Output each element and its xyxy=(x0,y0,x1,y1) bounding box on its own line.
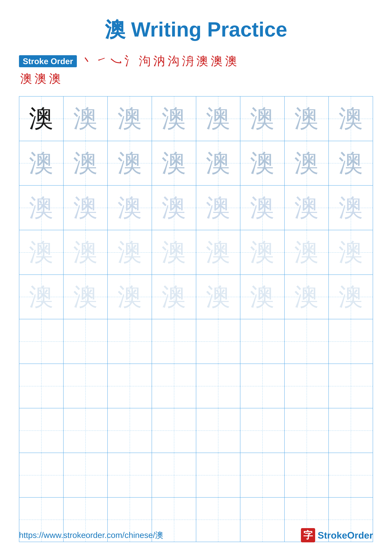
grid-cell-2-1[interactable]: 澳 xyxy=(19,141,64,185)
practice-char: 澳 xyxy=(162,106,186,131)
grid-cell-2-8[interactable]: 澳 xyxy=(329,141,373,185)
practice-char: 澳 xyxy=(29,196,53,220)
grid-cell-1-5[interactable]: 澳 xyxy=(196,96,241,141)
grid-row-2: 澳 澳 澳 澳 澳 澳 澳 澳 xyxy=(19,141,373,186)
grid-cell-2-6[interactable]: 澳 xyxy=(240,141,285,185)
grid-cell-9-3[interactable] xyxy=(108,453,152,497)
grid-cell-3-6[interactable]: 澳 xyxy=(240,186,285,230)
grid-cell-5-3[interactable]: 澳 xyxy=(108,275,152,319)
grid-cell-2-7[interactable]: 澳 xyxy=(285,141,329,185)
practice-char: 澳 xyxy=(339,151,363,175)
grid-cell-1-2[interactable]: 澳 xyxy=(64,96,108,141)
grid-cell-3-1[interactable]: 澳 xyxy=(19,186,64,230)
grid-cell-8-2[interactable] xyxy=(64,408,108,453)
grid-cell-4-3[interactable]: 澳 xyxy=(108,230,152,275)
grid-cell-4-5[interactable]: 澳 xyxy=(196,230,241,275)
grid-cell-7-2[interactable] xyxy=(64,364,108,408)
grid-cell-2-5[interactable]: 澳 xyxy=(196,141,241,185)
grid-cell-7-1[interactable] xyxy=(19,364,64,408)
grid-cell-6-2[interactable] xyxy=(64,319,108,364)
grid-cell-8-7[interactable] xyxy=(285,408,329,453)
stroke-2: ㇀ xyxy=(96,53,107,69)
grid-cell-5-2[interactable]: 澳 xyxy=(64,275,108,319)
grid-cell-4-4[interactable]: 澳 xyxy=(152,230,196,275)
grid-cell-4-2[interactable]: 澳 xyxy=(64,230,108,275)
grid-cell-6-7[interactable] xyxy=(285,319,329,364)
practice-char: 澳 xyxy=(250,285,275,309)
practice-char: 澳 xyxy=(73,240,98,264)
practice-char: 澳 xyxy=(117,196,142,220)
grid-cell-7-8[interactable] xyxy=(329,364,373,408)
stroke-7: 沟 xyxy=(168,53,179,69)
grid-cell-6-1[interactable] xyxy=(19,319,64,364)
grid-cell-3-3[interactable]: 澳 xyxy=(108,186,152,230)
grid-cell-2-2[interactable]: 澳 xyxy=(64,141,108,185)
grid-cell-5-7[interactable]: 澳 xyxy=(285,275,329,319)
grid-cell-8-1[interactable] xyxy=(19,408,64,453)
practice-char: 澳 xyxy=(339,196,363,220)
grid-cell-2-3[interactable]: 澳 xyxy=(108,141,152,185)
grid-cell-5-5[interactable]: 澳 xyxy=(196,275,241,319)
grid-cell-4-1[interactable]: 澳 xyxy=(19,230,64,275)
grid-cell-8-4[interactable] xyxy=(152,408,196,453)
stroke-10: 澳 xyxy=(211,53,223,69)
grid-cell-4-6[interactable]: 澳 xyxy=(240,230,285,275)
practice-char: 澳 xyxy=(73,285,98,309)
grid-row-6 xyxy=(19,319,373,364)
footer-url: https://www.strokeorder.com/chinese/澳 xyxy=(19,530,163,541)
grid-cell-9-7[interactable] xyxy=(285,453,329,497)
practice-char: 澳 xyxy=(29,285,53,309)
grid-cell-8-5[interactable] xyxy=(196,408,241,453)
grid-cell-5-1[interactable]: 澳 xyxy=(19,275,64,319)
grid-cell-3-8[interactable]: 澳 xyxy=(329,186,373,230)
grid-cell-6-5[interactable] xyxy=(196,319,241,364)
grid-cell-6-6[interactable] xyxy=(240,319,285,364)
grid-cell-3-5[interactable]: 澳 xyxy=(196,186,241,230)
grid-cell-9-2[interactable] xyxy=(64,453,108,497)
title-chinese: 澳 xyxy=(105,18,125,41)
strokeorder-logo-text: StrokeOrder xyxy=(318,530,373,541)
grid-cell-4-7[interactable]: 澳 xyxy=(285,230,329,275)
grid-cell-8-8[interactable] xyxy=(329,408,373,453)
grid-cell-6-8[interactable] xyxy=(329,319,373,364)
grid-cell-6-3[interactable] xyxy=(108,319,152,364)
grid-cell-5-4[interactable]: 澳 xyxy=(152,275,196,319)
grid-cell-1-8[interactable]: 澳 xyxy=(329,96,373,141)
practice-char: 澳 xyxy=(162,151,186,175)
grid-cell-4-8[interactable]: 澳 xyxy=(329,230,373,275)
grid-cell-5-8[interactable]: 澳 xyxy=(329,275,373,319)
grid-cell-8-6[interactable] xyxy=(240,408,285,453)
grid-cell-7-4[interactable] xyxy=(152,364,196,408)
grid-cell-9-8[interactable] xyxy=(329,453,373,497)
stroke-12: 澳 xyxy=(20,71,32,87)
grid-cell-1-4[interactable]: 澳 xyxy=(152,96,196,141)
grid-cell-7-7[interactable] xyxy=(285,364,329,408)
grid-row-4: 澳 澳 澳 澳 澳 澳 澳 澳 xyxy=(19,230,373,275)
grid-cell-3-7[interactable]: 澳 xyxy=(285,186,329,230)
practice-char: 澳 xyxy=(117,151,142,175)
grid-cell-7-5[interactable] xyxy=(196,364,241,408)
practice-char: 澳 xyxy=(206,285,230,309)
grid-cell-1-6[interactable]: 澳 xyxy=(240,96,285,141)
grid-cell-9-6[interactable] xyxy=(240,453,285,497)
grid-cell-1-3[interactable]: 澳 xyxy=(108,96,152,141)
grid-cell-8-3[interactable] xyxy=(108,408,152,453)
grid-cell-9-4[interactable] xyxy=(152,453,196,497)
grid-cell-1-7[interactable]: 澳 xyxy=(285,96,329,141)
grid-cell-6-4[interactable] xyxy=(152,319,196,364)
grid-row-7 xyxy=(19,364,373,409)
grid-cell-3-4[interactable]: 澳 xyxy=(152,186,196,230)
stroke-sequence-row1: 丶 ㇀ ㇃ 氵 泃 汭 沟 洀 澳 澳 澳 xyxy=(80,53,373,69)
grid-cell-9-1[interactable] xyxy=(19,453,64,497)
grid-cell-7-6[interactable] xyxy=(240,364,285,408)
grid-cell-1-1[interactable]: 澳 xyxy=(19,96,64,141)
practice-char: 澳 xyxy=(294,285,319,309)
grid-row-5: 澳 澳 澳 澳 澳 澳 澳 澳 xyxy=(19,275,373,319)
grid-cell-7-3[interactable] xyxy=(108,364,152,408)
grid-cell-9-5[interactable] xyxy=(196,453,241,497)
practice-char: 澳 xyxy=(117,106,142,131)
grid-cell-5-6[interactable]: 澳 xyxy=(240,275,285,319)
practice-char: 澳 xyxy=(250,106,275,131)
grid-cell-2-4[interactable]: 澳 xyxy=(152,141,196,185)
grid-cell-3-2[interactable]: 澳 xyxy=(64,186,108,230)
